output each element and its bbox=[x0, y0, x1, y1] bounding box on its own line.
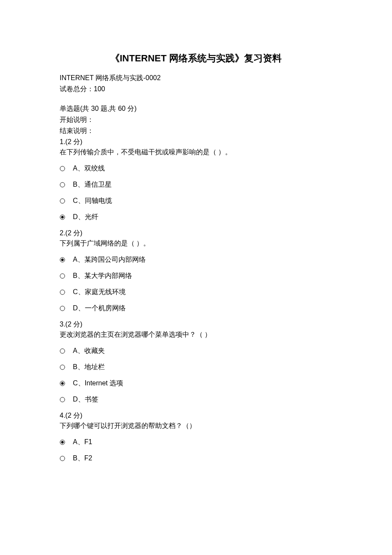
question-number: 3.(2 分) bbox=[60, 319, 332, 330]
subtitle: INTERNET 网络系统与实践-0002 bbox=[60, 73, 332, 83]
svg-point-4 bbox=[61, 216, 64, 219]
svg-point-6 bbox=[61, 259, 64, 261]
option-label: C、家庭无线环境 bbox=[73, 287, 126, 297]
option-label: C、Internet 选项 bbox=[73, 378, 123, 388]
radio-selected-icon[interactable] bbox=[60, 439, 65, 445]
option-label: C、同轴电缆 bbox=[73, 196, 112, 206]
section-header: 单选题(共 30 题,共 60 分) bbox=[60, 104, 332, 114]
option-row[interactable]: B、某大学内部网络 bbox=[60, 271, 332, 281]
radio-selected-icon[interactable] bbox=[60, 214, 65, 220]
svg-point-1 bbox=[60, 182, 65, 187]
option-row[interactable]: D、光纤 bbox=[60, 212, 332, 222]
question-block: 1.(2 分)在下列传输介质中，不受电磁干扰或噪声影响的是（ ）。A、双绞线B、… bbox=[60, 137, 332, 222]
svg-point-16 bbox=[61, 441, 64, 444]
option-row[interactable]: D、书签 bbox=[60, 394, 332, 405]
option-label: B、地址栏 bbox=[73, 362, 105, 372]
option-label: B、某大学内部网络 bbox=[73, 271, 132, 281]
radio-unselected-icon[interactable] bbox=[60, 306, 65, 311]
svg-point-13 bbox=[61, 382, 64, 385]
svg-point-9 bbox=[60, 306, 65, 311]
option-label: D、光纤 bbox=[73, 212, 98, 222]
option-row[interactable]: A、收藏夹 bbox=[60, 346, 332, 356]
question-number: 1.(2 分) bbox=[60, 137, 332, 147]
end-note: 结束说明： bbox=[60, 126, 332, 136]
radio-unselected-icon[interactable] bbox=[60, 273, 65, 279]
option-row[interactable]: D、一个机房网络 bbox=[60, 303, 332, 313]
option-label: A、收藏夹 bbox=[73, 346, 105, 356]
question-number: 4.(2 分) bbox=[60, 410, 332, 421]
svg-point-8 bbox=[60, 290, 65, 295]
radio-unselected-icon[interactable] bbox=[60, 456, 65, 461]
radio-unselected-icon[interactable] bbox=[60, 364, 65, 370]
radio-unselected-icon[interactable] bbox=[60, 198, 65, 204]
radio-unselected-icon[interactable] bbox=[60, 182, 65, 188]
option-row[interactable]: A、F1 bbox=[60, 437, 332, 447]
svg-point-0 bbox=[60, 166, 65, 171]
option-label: B、通信卫星 bbox=[73, 179, 112, 190]
radio-selected-icon[interactable] bbox=[60, 381, 65, 386]
option-label: A、某跨国公司内部网络 bbox=[73, 254, 146, 265]
option-row[interactable]: C、同轴电缆 bbox=[60, 196, 332, 206]
radio-unselected-icon[interactable] bbox=[60, 348, 65, 354]
svg-point-14 bbox=[60, 397, 65, 402]
option-label: A、F1 bbox=[73, 437, 92, 447]
start-note: 开始说明： bbox=[60, 115, 332, 125]
option-row[interactable]: B、地址栏 bbox=[60, 362, 332, 372]
page-title: 《INTERNET 网络系统与实践》复习资料 bbox=[60, 51, 332, 65]
question-block: 4.(2 分)下列哪个键可以打开浏览器的帮助文档？（）A、F1B、F2 bbox=[60, 410, 332, 463]
question-text: 下列属于广域网络的是（ ）。 bbox=[60, 238, 332, 249]
svg-point-7 bbox=[60, 274, 65, 278]
option-label: D、一个机房网络 bbox=[73, 303, 126, 313]
question-block: 2.(2 分)下列属于广域网络的是（ ）。A、某跨国公司内部网络B、某大学内部网… bbox=[60, 228, 332, 313]
option-label: B、F2 bbox=[73, 453, 92, 463]
radio-unselected-icon[interactable] bbox=[60, 397, 65, 402]
question-text: 下列哪个键可以打开浏览器的帮助文档？（） bbox=[60, 421, 332, 431]
total-score: 试卷总分：100 bbox=[60, 84, 332, 94]
radio-unselected-icon[interactable] bbox=[60, 289, 65, 295]
option-row[interactable]: C、家庭无线环境 bbox=[60, 287, 332, 297]
svg-point-17 bbox=[60, 456, 65, 461]
svg-point-11 bbox=[60, 365, 65, 370]
option-label: A、双绞线 bbox=[73, 163, 105, 173]
option-row[interactable]: B、F2 bbox=[60, 453, 332, 463]
question-text: 更改浏览器的主页在浏览器哪个菜单选项中？（ ） bbox=[60, 330, 332, 340]
option-row[interactable]: A、某跨国公司内部网络 bbox=[60, 254, 332, 265]
option-row[interactable]: A、双绞线 bbox=[60, 163, 332, 173]
question-number: 2.(2 分) bbox=[60, 228, 332, 238]
option-row[interactable]: B、通信卫星 bbox=[60, 179, 332, 190]
option-row[interactable]: C、Internet 选项 bbox=[60, 378, 332, 388]
option-label: D、书签 bbox=[73, 394, 98, 405]
question-block: 3.(2 分)更改浏览器的主页在浏览器哪个菜单选项中？（ ）A、收藏夹B、地址栏… bbox=[60, 319, 332, 405]
radio-unselected-icon[interactable] bbox=[60, 166, 65, 171]
radio-selected-icon[interactable] bbox=[60, 257, 65, 263]
svg-point-10 bbox=[60, 349, 65, 353]
svg-point-2 bbox=[60, 199, 65, 203]
question-text: 在下列传输介质中，不受电磁干扰或噪声影响的是（ ）。 bbox=[60, 147, 332, 157]
